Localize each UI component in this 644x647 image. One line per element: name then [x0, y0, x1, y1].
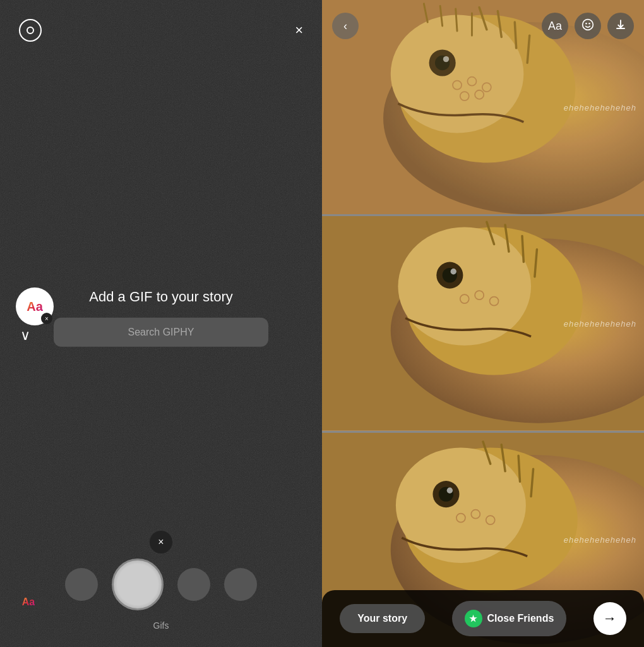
right-header-icons: Aa: [542, 13, 634, 39]
camera-row: [65, 559, 257, 610]
back-icon: ‹: [343, 20, 347, 33]
svg-point-0: [583, 19, 593, 30]
search-giphy-bar[interactable]: Search GIPHY: [54, 318, 268, 347]
story-frame-2: eheheheheheheh: [322, 216, 644, 430]
sticker-icon: [581, 18, 594, 34]
gif-title: Add a GIF to your story: [89, 289, 232, 305]
left-panel: × Add a GIF to your story Search GIPHY A…: [0, 0, 322, 647]
back-button[interactable]: ‹: [332, 13, 359, 39]
svg-point-32: [447, 487, 453, 493]
left-bottom-bar: Aa Gifs: [0, 533, 322, 647]
watermark-1: eheheheheheheh: [564, 102, 636, 112]
left-header: ×: [0, 19, 322, 42]
your-story-label: Your story: [357, 613, 407, 624]
svg-point-22: [451, 269, 456, 274]
watermark-2: eheheheheheheh: [564, 318, 636, 328]
aa-bottom-text: Aa: [22, 596, 35, 608]
svg-point-2: [588, 23, 590, 25]
aa-sticker-text: Aa: [27, 299, 43, 314]
download-icon: [615, 19, 626, 33]
green-star-icon: ★: [465, 610, 482, 627]
watermark-3: eheheheheheheh: [564, 535, 636, 545]
settings-inner-icon: [27, 27, 34, 34]
send-button[interactable]: →: [593, 602, 626, 635]
aa-sticker-badge: ×: [41, 313, 52, 324]
svg-point-1: [585, 23, 587, 25]
right-bottom-bar: Your story ★ Close Friends →: [322, 590, 644, 647]
camera-effect-2[interactable]: [177, 568, 210, 601]
right-panel: ‹ Aa: [322, 0, 644, 647]
text-tool-icon: Aa: [548, 20, 562, 33]
right-header: ‹ Aa: [322, 13, 644, 39]
chevron-down-icon[interactable]: ∨: [20, 327, 30, 344]
close-friends-button[interactable]: ★ Close Friends: [452, 601, 567, 636]
camera-effect-3[interactable]: [224, 568, 257, 601]
gif-center-content: Add a GIF to your story Search GIPHY: [54, 289, 268, 347]
svg-point-29: [396, 447, 526, 563]
close-button[interactable]: ×: [295, 22, 303, 39]
story-preview-container: eheheheheheheh: [322, 0, 644, 647]
shutter-button[interactable]: [112, 559, 164, 610]
close-friends-label: Close Friends: [487, 613, 554, 624]
send-arrow-icon: →: [603, 610, 617, 627]
camera-effect-1[interactable]: [65, 568, 98, 601]
download-button[interactable]: [607, 13, 634, 39]
aa-sticker[interactable]: Aa ×: [16, 287, 54, 325]
bottom-mode-label: Gifs: [153, 620, 169, 631]
sticker-button[interactable]: [575, 13, 601, 39]
svg-point-19: [398, 227, 531, 346]
text-tool-button[interactable]: Aa: [542, 13, 568, 39]
settings-icon[interactable]: [19, 19, 42, 42]
aa-bottom-button[interactable]: Aa: [14, 588, 43, 617]
search-giphy-placeholder: Search GIPHY: [128, 327, 194, 338]
your-story-button[interactable]: Your story: [340, 604, 425, 633]
